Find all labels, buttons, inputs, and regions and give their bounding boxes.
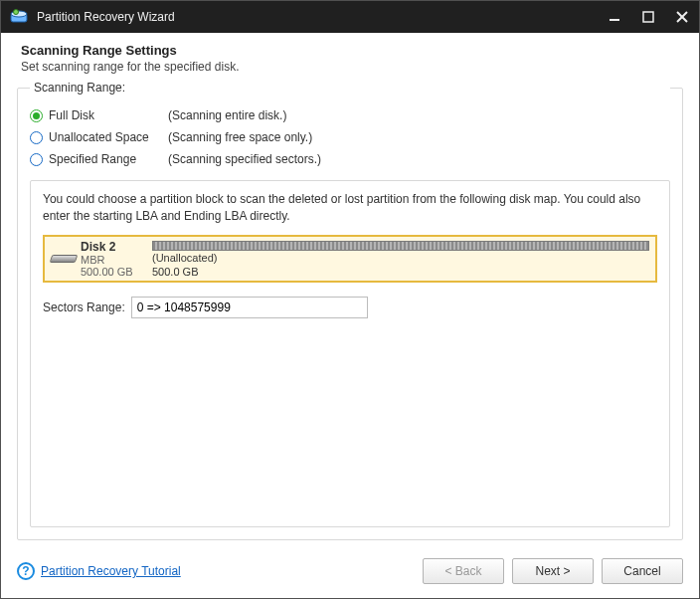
option-desc: (Scanning specified sectors.) [168, 152, 321, 166]
content: Scanning Range: Full Disk (Scanning enti… [1, 84, 699, 550]
option-label: Unallocated Space [49, 130, 168, 144]
page-title: Scanning Range Settings [21, 43, 679, 58]
scan-range-options: Full Disk (Scanning entire disk.) Unallo… [30, 104, 670, 170]
titlebar: Partition Recovery Wizard [1, 1, 699, 33]
disk-map-instruction: You could choose a partition block to sc… [43, 191, 657, 225]
radio-full-disk[interactable] [30, 109, 43, 122]
help-icon: ? [17, 562, 35, 580]
svg-rect-4 [643, 12, 653, 22]
window: Partition Recovery Wizard Scanning Range… [0, 0, 700, 599]
close-button[interactable] [665, 1, 699, 33]
sectors-range-row: Sectors Range: [43, 297, 657, 318]
disk-scheme: MBR [81, 254, 133, 266]
page-header: Scanning Range Settings Set scanning ran… [1, 33, 699, 84]
window-title: Partition Recovery Wizard [37, 10, 598, 24]
app-icon [9, 7, 29, 27]
option-label: Full Disk [49, 108, 168, 122]
page-subtitle: Set scanning range for the specified dis… [21, 60, 679, 74]
disk-info: Disk 2 MBR 500.00 GB [45, 237, 152, 281]
svg-point-2 [14, 10, 19, 15]
partition-size: 500.0 GB [152, 266, 649, 279]
option-desc: (Scanning free space only.) [168, 130, 312, 144]
option-full-disk[interactable]: Full Disk (Scanning entire disk.) [30, 104, 670, 126]
button-row: < Back Next > Cancel [423, 558, 683, 584]
option-specified[interactable]: Specified Range (Scanning specified sect… [30, 148, 670, 170]
disk-name: Disk 2 [81, 240, 133, 254]
scanning-range-fieldset: Scanning Range: Full Disk (Scanning enti… [17, 88, 683, 540]
help-link-row: ? Partition Recovery Tutorial [17, 562, 181, 580]
tutorial-link[interactable]: Partition Recovery Tutorial [41, 564, 181, 578]
sectors-range-label: Sectors Range: [43, 300, 125, 314]
maximize-button[interactable] [631, 1, 665, 33]
minimize-button[interactable] [598, 1, 631, 33]
option-desc: (Scanning entire disk.) [168, 108, 286, 122]
sectors-range-input[interactable] [131, 297, 368, 318]
back-button: < Back [423, 558, 504, 584]
fieldset-legend: Scanning Range: [30, 81, 670, 95]
next-button[interactable]: Next > [512, 558, 594, 584]
radio-specified[interactable] [30, 153, 43, 166]
partition-bar[interactable] [152, 241, 649, 251]
disk-row[interactable]: Disk 2 MBR 500.00 GB (Unallocated) 500.0… [43, 235, 657, 283]
disk-size: 500.00 GB [81, 266, 133, 278]
partition-block[interactable]: (Unallocated) 500.0 GB [152, 237, 655, 281]
partition-label: (Unallocated) [152, 252, 649, 265]
cancel-button[interactable]: Cancel [602, 558, 683, 584]
option-unallocated[interactable]: Unallocated Space (Scanning free space o… [30, 126, 670, 148]
disk-map-box: You could choose a partition block to sc… [30, 180, 670, 527]
disk-icon [50, 255, 79, 263]
option-label: Specified Range [49, 152, 168, 166]
radio-unallocated[interactable] [30, 131, 43, 144]
footer: ? Partition Recovery Tutorial < Back Nex… [1, 550, 699, 598]
